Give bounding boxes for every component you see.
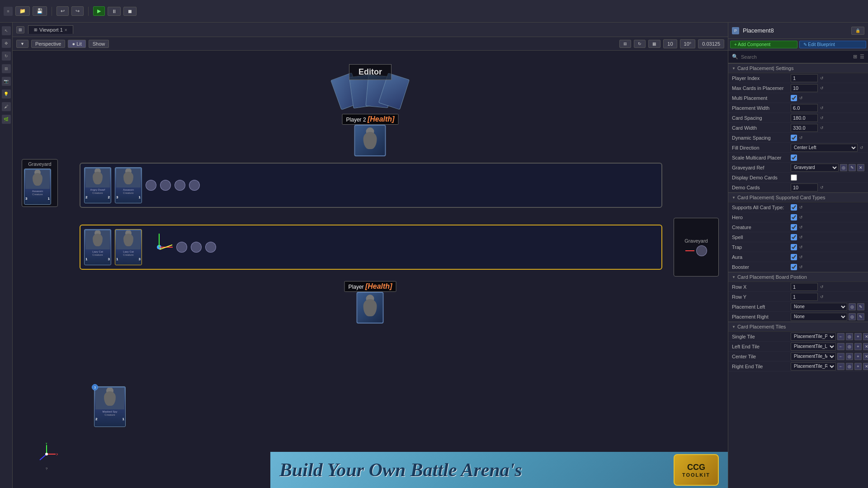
aura-checkbox[interactable] [791, 254, 797, 260]
toolbar-btn-stop[interactable]: ⏹ [123, 7, 137, 16]
graveyard-ref-edit[interactable]: ✎ [849, 164, 856, 171]
trap-checkbox[interactable] [791, 244, 797, 250]
left-icon-move[interactable]: ✥ [2, 39, 11, 48]
viewport-tab-close[interactable]: × [65, 28, 67, 33]
toolbar-btn-redo[interactable]: ↪ [71, 6, 84, 16]
row-x-input[interactable] [791, 283, 818, 291]
supports-all-reset[interactable]: ↺ [798, 205, 804, 210]
vt-grid-btn[interactable]: ▦ [648, 40, 660, 48]
multi-placement-checkbox[interactable] [791, 95, 797, 101]
left-icon-camera[interactable]: 📷 [2, 77, 11, 86]
left-icon-scale[interactable]: ⊞ [2, 64, 11, 73]
left-end-add[interactable]: + [854, 343, 862, 350]
multi-placement-reset[interactable]: ↺ [798, 95, 804, 101]
center-tile-select[interactable]: PlacementTile_Middle [791, 352, 836, 361]
card-spacing-reset[interactable]: ↺ [819, 115, 825, 121]
left-icon-light[interactable]: 💡 [2, 89, 11, 99]
left-icon-paint[interactable]: 🖌 [2, 102, 11, 111]
fill-direction-reset[interactable]: ↺ [859, 145, 864, 150]
vt-dropdown-btn[interactable]: ▼ [16, 40, 28, 48]
single-tile-clear[interactable]: ✕ [863, 333, 868, 340]
placement-width-input[interactable] [791, 104, 818, 112]
creature-reset[interactable]: ↺ [798, 225, 804, 230]
single-tile-add[interactable]: + [854, 333, 862, 340]
placement-width-reset[interactable]: ↺ [819, 105, 825, 111]
player-index-input[interactable] [791, 74, 818, 82]
edit-blueprint-btn[interactable]: ✎ Edit Blueprint [799, 41, 867, 48]
search-input[interactable] [741, 54, 850, 60]
graveyard-ref-locate[interactable]: ◎ [840, 164, 847, 171]
viewport-canvas[interactable]: Editor Player 2 [Health] [13, 51, 728, 488]
card-spacing-input[interactable] [791, 114, 818, 122]
viewport-menu-btn[interactable]: ⊞ [16, 26, 24, 33]
right-end-clear[interactable]: ✕ [863, 363, 868, 370]
vt-snap-val[interactable]: 10 [663, 39, 677, 48]
graveyard-ref-select[interactable]: Graveyard [791, 164, 839, 172]
hero-reset[interactable]: ↺ [798, 215, 804, 220]
left-end-clear[interactable]: ✕ [863, 343, 868, 350]
aura-reset[interactable]: ↺ [798, 254, 804, 260]
tiles-section-header[interactable]: ▼ Card Placement| Tiles [728, 322, 868, 332]
fill-direction-select[interactable]: Center Left Center Right Left Right [791, 144, 858, 152]
right-end-tile-select[interactable]: PlacementTile_RightEn [791, 362, 836, 371]
right-end-add[interactable]: + [854, 363, 862, 370]
row-x-reset[interactable]: ↺ [819, 284, 825, 290]
toolbar-btn-save[interactable]: 💾 [33, 6, 47, 16]
placement-right-locate[interactable]: ◎ [849, 313, 856, 320]
left-icon-foliage[interactable]: 🌿 [2, 115, 11, 124]
vt-zoom-val[interactable]: 0.03125 [698, 39, 724, 48]
left-end-nav[interactable]: ← [837, 343, 844, 350]
add-component-btn[interactable]: + Add Component [730, 41, 797, 48]
settings-section-header[interactable]: ▼ Card Placement| Settings [728, 63, 868, 73]
lock-btn[interactable]: 🔒 [851, 27, 864, 35]
center-tile-locate[interactable]: ◎ [846, 353, 853, 360]
player-index-reset[interactable]: ↺ [819, 75, 825, 81]
vt-snap-btn[interactable]: ⊞ [619, 40, 631, 48]
row-y-reset[interactable]: ↺ [819, 294, 825, 300]
left-icon-rotate[interactable]: ↻ [2, 52, 11, 61]
vt-snap-rotate[interactable]: ↻ [634, 40, 646, 48]
creature-checkbox[interactable] [791, 224, 797, 230]
placement-left-locate[interactable]: ◎ [849, 303, 856, 310]
right-end-nav[interactable]: ← [837, 363, 844, 370]
placement-right-select[interactable]: None [791, 313, 847, 321]
search-grid-icon[interactable]: ⊞ [853, 54, 857, 60]
placement-left-edit[interactable]: ✎ [857, 303, 864, 310]
single-tile-nav[interactable]: ← [837, 333, 844, 340]
max-cards-reset[interactable]: ↺ [819, 85, 825, 91]
placement-left-select[interactable]: None [791, 303, 847, 311]
single-tile-select[interactable]: PlacementTile_Parent [791, 333, 836, 341]
card-width-reset[interactable]: ↺ [819, 125, 825, 131]
spell-reset[interactable]: ↺ [798, 235, 804, 240]
dynamic-spacing-reset[interactable]: ↺ [798, 135, 804, 141]
scale-multicard-checkbox[interactable] [791, 155, 797, 161]
booster-reset[interactable]: ↺ [798, 264, 804, 270]
left-end-tile-select[interactable]: PlacementTile_LeftEnd [791, 343, 836, 351]
center-tile-nav[interactable]: ← [837, 353, 844, 360]
card-lazy-cat-1[interactable]: Lazy Cat Creature 1 3 [84, 229, 111, 265]
hero-checkbox[interactable] [791, 214, 797, 221]
trap-reset[interactable]: ↺ [798, 244, 804, 250]
card-width-input[interactable] [791, 124, 818, 132]
card-lazy-cat-2[interactable]: Lazy Cat Creature 1 3 [115, 229, 142, 265]
demo-cards-input[interactable] [791, 183, 818, 192]
right-end-locate[interactable]: ◎ [846, 363, 853, 370]
placement-right-edit[interactable]: ✎ [857, 313, 864, 320]
dynamic-spacing-checkbox[interactable] [791, 135, 797, 141]
perspective-btn[interactable]: Perspective [31, 40, 65, 48]
supports-all-checkbox[interactable] [791, 204, 797, 211]
menu-icon[interactable]: ≡ [4, 7, 13, 16]
center-tile-add[interactable]: + [854, 353, 862, 360]
row-y-input[interactable] [791, 293, 818, 301]
card-angry-dwarf[interactable]: Angry Dwarf Creature 2 2 [84, 167, 111, 203]
lit-btn[interactable]: ● Lit [68, 40, 85, 48]
viewport-tab[interactable]: ⊞ Viewport 1 × [28, 25, 73, 34]
center-tile-clear[interactable]: ✕ [863, 353, 868, 360]
toolbar-btn-pause[interactable]: ⏸ [108, 7, 121, 16]
left-end-locate[interactable]: ◎ [846, 343, 853, 350]
left-icon-select[interactable]: ↖ [2, 26, 11, 35]
spell-checkbox[interactable] [791, 234, 797, 240]
toolbar-btn-play[interactable]: ▶ [93, 6, 105, 16]
supported-types-header[interactable]: ▼ Card Placement| Supported Card Types [728, 192, 868, 202]
booster-checkbox[interactable] [791, 264, 797, 270]
